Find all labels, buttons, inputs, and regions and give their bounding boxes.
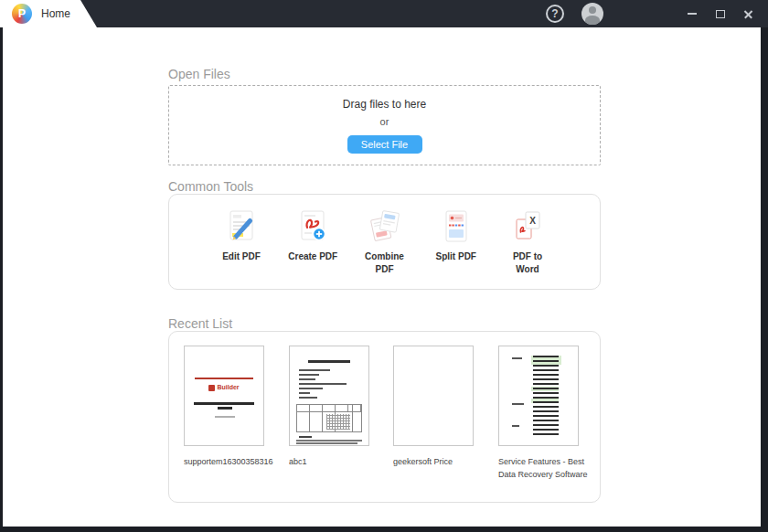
- thumb2-text-line: [299, 383, 347, 385]
- thumb2-text-line: [299, 378, 315, 380]
- thumb2-table-line: [352, 405, 353, 431]
- thumb2-text-line: [299, 369, 330, 371]
- app-logo-icon: P: [12, 4, 32, 24]
- thumb4-text-column: [533, 356, 559, 438]
- thumb2-footer-label: [299, 436, 312, 438]
- tool-combine-pdf[interactable]: Combine PDF: [349, 208, 421, 275]
- app-logo-letter: P: [18, 7, 26, 20]
- thumb2-table-line: [309, 405, 310, 431]
- thumb2-text-line: [299, 392, 310, 394]
- split-pdf-icon: [438, 208, 475, 245]
- select-file-button[interactable]: Select File: [347, 135, 422, 154]
- minimize-button[interactable]: [684, 7, 700, 20]
- edit-pdf-icon: [223, 208, 260, 245]
- tool-edit-pdf[interactable]: Edit PDF: [206, 208, 277, 263]
- create-pdf-icon: [294, 208, 331, 245]
- recent-file-name-1: supportem163003583161285: [184, 455, 273, 468]
- tab-home-label: Home: [41, 7, 70, 20]
- recent-file-thumbnail-4[interactable]: [498, 346, 579, 446]
- recent-file-thumbnail-1[interactable]: Builder: [184, 346, 264, 446]
- tool-pdf-to-word[interactable]: X PDF to Word: [492, 208, 563, 275]
- thumb1-title-line: [194, 402, 254, 405]
- recent-file-thumbnail-2[interactable]: [289, 346, 369, 446]
- dropzone-or-text: or: [380, 116, 389, 127]
- avatar-shoulders: [585, 16, 600, 25]
- thumb2-table: [296, 404, 362, 432]
- recent-list-panel: Builder: [168, 331, 601, 503]
- tool-edit-pdf-label: Edit PDF: [216, 250, 267, 263]
- help-icon[interactable]: ?: [546, 5, 564, 23]
- tool-combine-pdf-label: Combine PDF: [359, 250, 411, 275]
- close-button[interactable]: [740, 7, 756, 20]
- user-avatar[interactable]: [581, 3, 603, 25]
- thumb1-subtitle-line: [215, 416, 235, 418]
- tool-pdf-to-word-label: PDF to Word: [502, 250, 553, 275]
- combine-pdf-icon: [367, 208, 403, 245]
- recent-list-heading: Recent List: [168, 316, 601, 331]
- thumb2-text-line: [299, 397, 317, 399]
- recent-file-thumbnail-3[interactable]: [393, 346, 474, 446]
- file-dropzone[interactable]: Drag files to here or Select File: [168, 85, 601, 165]
- recent-file-name-2: abc1: [289, 455, 379, 468]
- thumb2-title-line: [308, 360, 350, 363]
- recent-file-name-4: Service Features - Best Data Recovery So…: [498, 455, 588, 482]
- tab-home[interactable]: P Home: [0, 0, 97, 27]
- tool-split-pdf[interactable]: Split PDF: [421, 208, 492, 263]
- thumb4-side-label: [512, 403, 524, 405]
- tool-create-pdf-label: Create PDF: [287, 250, 338, 263]
- recent-file-name-3: geekersoft Price: [393, 455, 483, 468]
- avatar-head: [589, 6, 596, 14]
- thumb4-side-label: [512, 357, 522, 359]
- thumb1-title-line2: [218, 407, 232, 410]
- pdf-to-word-x-letter: X: [529, 216, 536, 226]
- help-glyph: ?: [551, 7, 558, 20]
- thumb2-table-grid-fill: [326, 414, 350, 430]
- common-tools-panel: Edit PDF Create PDF: [168, 194, 601, 290]
- titlebar: P Home ?: [0, 0, 768, 27]
- tool-split-pdf-label: Split PDF: [431, 250, 482, 263]
- thumb1-brand-icon: [208, 385, 215, 391]
- thumb1-brand-text: Builder: [217, 384, 239, 390]
- thumb2-table-line: [322, 405, 323, 431]
- thumb2-text-line: [299, 374, 319, 376]
- minimize-icon: [688, 13, 697, 15]
- thumb2-text-line: [299, 388, 323, 389]
- dropzone-drag-text: Drag files to here: [343, 98, 426, 111]
- thumb1-brand-logo: Builder: [185, 384, 263, 391]
- thumb1-red-rule: [195, 378, 253, 379]
- pdf-to-word-icon: X: [509, 208, 546, 245]
- main-content: Open Files Drag files to here or Select …: [3, 27, 761, 527]
- thumb2-footer-line: [296, 440, 362, 442]
- close-icon: [743, 9, 753, 19]
- thumb2-footer-line2: [296, 442, 357, 444]
- maximize-icon: [716, 10, 725, 18]
- open-files-heading: Open Files: [168, 67, 601, 81]
- tool-create-pdf[interactable]: Create PDF: [277, 208, 348, 263]
- common-tools-heading: Common Tools: [168, 179, 601, 194]
- maximize-button[interactable]: [712, 7, 729, 20]
- thumb4-side-label: [512, 425, 519, 427]
